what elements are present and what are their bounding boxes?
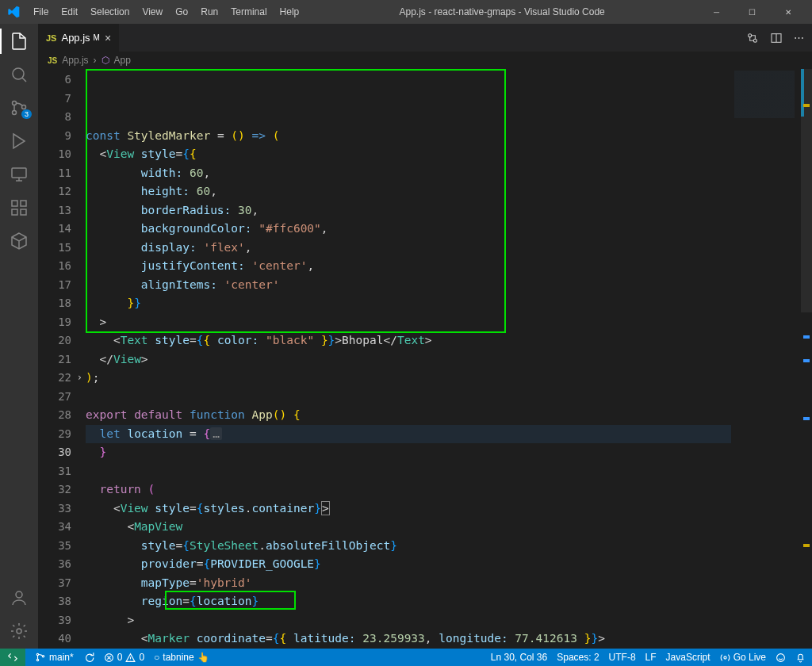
language-mode[interactable]: JavaScript	[666, 652, 710, 663]
tab-bar: JS App.js M × ⋯	[38, 24, 812, 52]
code-line[interactable]: >	[86, 611, 731, 630]
line-number: 30	[38, 443, 71, 462]
encoding[interactable]: UTF-8	[609, 652, 636, 663]
code-line[interactable]: >	[86, 313, 731, 332]
status-bar: main* 0 0 ○tabnine 👆 Ln 30, Col 36 Space…	[0, 649, 812, 666]
line-number: 10	[38, 145, 71, 164]
breadcrumb-symbol[interactable]: App	[114, 55, 131, 66]
code-line[interactable]: return (	[86, 480, 731, 500]
code-line[interactable]: <Marker coordinate={{ latitude: 23.25993…	[86, 630, 731, 649]
svg-point-18	[724, 656, 726, 658]
code-line[interactable]	[86, 462, 731, 481]
tab-dirty-indicator: M	[94, 33, 100, 42]
menu-bar: File Edit Selection View Go Run Terminal…	[27, 3, 305, 21]
breadcrumb-file[interactable]: App.js	[62, 55, 88, 66]
line-number: 6	[38, 71, 71, 90]
code-line[interactable]: height: 60,	[86, 182, 731, 201]
feedback-icon[interactable]	[776, 653, 786, 663]
code-line[interactable]: region={location}	[86, 592, 731, 611]
menu-selection[interactable]: Selection	[84, 3, 136, 21]
explorer-icon[interactable]	[10, 32, 29, 51]
maximize-button[interactable]: ☐	[734, 0, 770, 24]
minimap[interactable]	[731, 69, 801, 649]
code-line[interactable]: style={StyleSheet.absoluteFillObject}	[86, 537, 731, 556]
code-line[interactable]: </View>	[86, 350, 731, 369]
menu-terminal[interactable]: Terminal	[224, 3, 273, 21]
notifications-icon[interactable]	[795, 653, 806, 663]
svg-point-14	[36, 653, 38, 655]
menu-go[interactable]: Go	[169, 3, 194, 21]
code-line[interactable]: const StyledMarker = () => (	[86, 127, 731, 146]
problems-indicator[interactable]: 0 0	[104, 652, 144, 663]
code-line[interactable]: <MapView	[86, 518, 731, 537]
settings-gear-icon[interactable]	[10, 622, 29, 641]
line-number: 22	[38, 369, 71, 388]
minimize-button[interactable]: ─	[699, 0, 734, 24]
chevron-right-icon: ›	[94, 55, 97, 66]
line-number: 14	[38, 220, 71, 239]
cube-icon[interactable]	[10, 232, 29, 251]
editor[interactable]: 6789101112131415161718192021222728293031…	[38, 69, 812, 649]
search-icon[interactable]	[10, 65, 29, 84]
code-line[interactable]: <StyledMarker />	[86, 649, 731, 649]
code-line[interactable]: borderRadius: 30,	[86, 201, 731, 220]
run-debug-icon[interactable]	[10, 132, 29, 151]
line-number: 11	[38, 164, 71, 183]
window-title: App.js - react-native-gmaps - Visual Stu…	[305, 6, 699, 17]
remote-indicator[interactable]	[0, 649, 25, 666]
svg-point-19	[777, 653, 785, 661]
code-line[interactable]: backgroundColor: "#ffc600",	[86, 220, 731, 239]
remote-explorer-icon[interactable]	[10, 165, 29, 184]
line-number: 39	[38, 611, 71, 630]
menu-run[interactable]: Run	[194, 3, 224, 21]
eol[interactable]: LF	[645, 652, 657, 663]
title-bar: File Edit Selection View Go Run Terminal…	[0, 0, 812, 24]
menu-view[interactable]: View	[136, 3, 169, 21]
breadcrumb[interactable]: JS App.js › ⬡ App	[38, 52, 812, 69]
tab-app-js[interactable]: JS App.js M ×	[38, 24, 120, 52]
svg-point-1	[13, 101, 17, 105]
account-icon[interactable]	[10, 588, 29, 607]
git-branch[interactable]: main*	[35, 652, 74, 663]
code-line[interactable]: width: 60,	[86, 164, 731, 183]
compare-changes-icon[interactable]	[746, 32, 759, 44]
code-line[interactable]: let location = {…	[86, 425, 731, 444]
svg-point-16	[42, 656, 44, 657]
menu-help[interactable]: Help	[274, 3, 306, 21]
close-button[interactable]: ✕	[770, 0, 806, 24]
menu-file[interactable]: File	[27, 3, 55, 21]
code-line[interactable]: display: 'flex',	[86, 239, 731, 258]
indentation[interactable]: Spaces: 2	[557, 652, 599, 663]
code-line[interactable]: justifyContent: 'center',	[86, 257, 731, 276]
source-control-icon[interactable]: 3	[10, 98, 29, 117]
code-line[interactable]: <Text style={{ color: "black" }}>Bhopal<…	[86, 331, 731, 350]
code-line[interactable]: }}	[86, 294, 731, 313]
line-number: 9	[38, 127, 71, 146]
code-line[interactable]: alignItems: 'center'	[86, 276, 731, 295]
svg-point-9	[16, 591, 22, 598]
menu-edit[interactable]: Edit	[55, 3, 84, 21]
svg-point-0	[13, 68, 24, 79]
sync-changes[interactable]	[83, 652, 94, 663]
code-line[interactable]: <View style={styles.container}>	[86, 500, 731, 519]
tab-close-icon[interactable]: ×	[105, 32, 111, 44]
vscode-logo-icon	[6, 5, 21, 19]
code-line[interactable]: mapType='hybrid'	[86, 574, 731, 593]
split-editor-icon[interactable]	[770, 32, 783, 44]
code-line[interactable]	[86, 388, 731, 407]
more-actions-icon[interactable]: ⋯	[794, 32, 804, 44]
cursor-position[interactable]: Ln 30, Col 36	[491, 652, 547, 663]
code-line[interactable]: provider={PROVIDER_GOOGLE}	[86, 555, 731, 574]
code-area[interactable]: const StyledMarker = () => ( <View style…	[86, 69, 731, 649]
code-line[interactable]: <View style={{	[86, 145, 731, 164]
extensions-icon[interactable]	[10, 198, 29, 217]
tabnine-indicator[interactable]: ○tabnine 👆	[154, 652, 209, 663]
code-line[interactable]: export default function App() {	[86, 406, 731, 425]
svg-rect-7	[12, 209, 17, 215]
code-line[interactable]: );	[86, 369, 731, 388]
code-line[interactable]: }	[86, 443, 731, 462]
line-number: 27	[38, 388, 71, 407]
go-live[interactable]: Go Live	[720, 652, 766, 663]
vertical-scrollbar[interactable]	[801, 69, 812, 649]
line-number: 7	[38, 90, 71, 109]
